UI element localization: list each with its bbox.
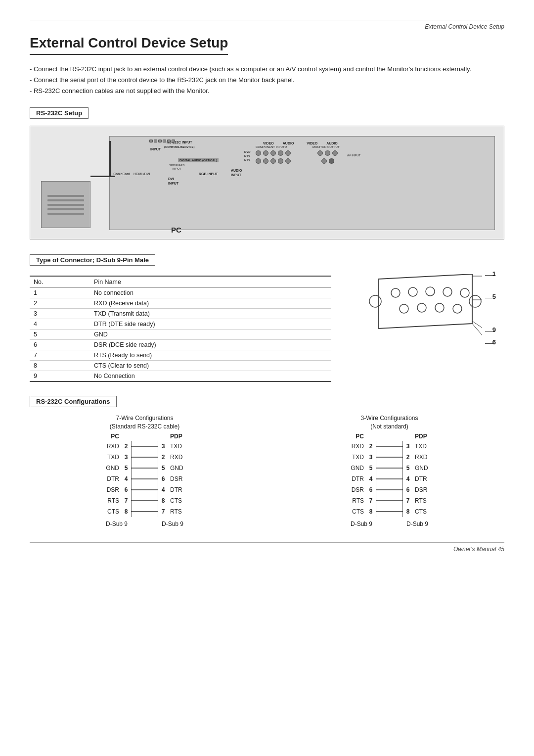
- input-label: INPUT: [150, 147, 161, 151]
- table-row: 9No Connection: [30, 371, 331, 382]
- table-section: Type of Connector; D-Sub 9-Pin Male No. …: [30, 254, 331, 382]
- pin-number-1: 1: [492, 270, 496, 278]
- wiring-rows: RXD 2 TXD 3 GND 5 DTR 4 DSR 6 RTS 7 CTS …: [30, 441, 260, 519]
- dsub-labels: D-Sub 9 D-Sub 9: [274, 520, 504, 527]
- av-input-label: AV INPUT: [347, 154, 360, 157]
- wiring3-diagram: PC PDP RXD 2 TXD 3 GND 5 DTR 4 DSR 6 RTS: [274, 433, 504, 527]
- pc-num: 3: [366, 454, 376, 461]
- pc-label: GND: [102, 465, 121, 472]
- pin-col-name: Pin Name: [90, 276, 331, 288]
- rs232c-connector: [149, 140, 175, 142]
- wiring-header: PC PDP: [30, 433, 260, 440]
- wiring7-diagram: PC PDP RXD 2 TXD 3 GND 5 DTR 4 DSR 6 RTS: [30, 433, 260, 527]
- pdp-num: 2: [158, 454, 168, 461]
- intro-item-2: Connect the serial port of the control d…: [30, 75, 504, 86]
- pdp-num: 8: [403, 508, 413, 515]
- pin-number-9: 9: [492, 326, 496, 333]
- chapter-header: External Control Device Setup: [30, 23, 504, 30]
- wiring-right-row: 8 CTS: [403, 506, 432, 517]
- pin-col-no: No.: [30, 276, 90, 288]
- pin-number-6: 6: [492, 338, 496, 346]
- wiring-left-row: DSR 6: [102, 484, 131, 495]
- pdp-label: DSR: [413, 486, 432, 493]
- pc-num: 6: [366, 486, 376, 493]
- pdp-num-spacer: [403, 433, 413, 440]
- wiring-svg: [376, 441, 403, 517]
- pdp-label: RTS: [413, 497, 432, 504]
- cablecard-label: CableCard: [110, 172, 134, 176]
- wiring-left-row: DSR 6: [347, 484, 376, 495]
- config-3wire: 3-Wire Configurations (Not standard) PC …: [274, 414, 504, 527]
- wiring-right: 3 TXD 2 RXD 5 GND 4 DTR 6 DSR 7 RTS 8 CT…: [403, 441, 432, 519]
- wiring-left-row: CTS 8: [102, 506, 131, 517]
- wiring-left-row: RTS 7: [347, 495, 376, 506]
- svg-point-0: [391, 288, 400, 297]
- pdp-label: CTS: [168, 497, 187, 504]
- pc-num: 8: [366, 508, 376, 515]
- spdif-label: SPDIF/AESINPUT: [169, 164, 184, 171]
- svg-point-2: [426, 287, 435, 296]
- connector-section-label: Type of Connector; D-Sub 9-Pin Male: [30, 254, 155, 266]
- pc-num: 5: [366, 465, 376, 472]
- pdp-num: 6: [403, 486, 413, 493]
- svg-point-4: [460, 288, 469, 297]
- pc-num: 2: [366, 443, 376, 450]
- wiring-right-row: 2 RXD: [158, 452, 187, 463]
- pc-label: GND: [347, 465, 366, 472]
- pc-num: 5: [121, 465, 131, 472]
- wiring-right-row: 8 CTS: [158, 495, 187, 506]
- bottom-rule: [30, 542, 504, 543]
- intro-list: Connect the RS-232C input jack to an ext…: [30, 64, 504, 96]
- intro-item-3: RS-232C connection cables are not suppli…: [30, 86, 504, 96]
- pc-num-spacer: [366, 433, 376, 440]
- dvi-input-label: DVIINPUT: [168, 177, 178, 186]
- page-title: External Control Device Setup: [30, 35, 228, 55]
- component-circles-bot: [256, 158, 291, 164]
- line-9: [485, 331, 495, 331]
- wiring-svg: [131, 441, 158, 517]
- pdp-label: CTS: [413, 508, 432, 515]
- intro-item-1: Connect the RS-232C input jack to an ext…: [30, 64, 504, 75]
- pc-num: 8: [121, 508, 131, 515]
- diagram-inner: RS-232C INPUT(CONTROL/SERVICE) INPUT HDM…: [30, 126, 504, 239]
- pc-num: 3: [121, 454, 131, 461]
- hdmi-label: HDMI /DVI: [134, 172, 150, 176]
- svg-point-8: [453, 304, 462, 313]
- wiring-right-row: 2 RXD: [403, 452, 432, 463]
- table-row: 6DSR (DCE side ready): [30, 340, 331, 350]
- pc-col-header: PC: [347, 433, 366, 440]
- diagram-area: RS-232C INPUT(CONTROL/SERVICE) INPUT HDM…: [30, 126, 504, 239]
- wiring-rows: RXD 2 TXD 3 GND 5 DTR 4 DSR 6 RTS 7 CTS …: [274, 441, 504, 519]
- wire3-title: 3-Wire Configurations (Not standard): [274, 414, 504, 431]
- pc-num: 7: [121, 497, 131, 504]
- pc-label: DSR: [347, 486, 366, 493]
- pdp-label: TXD: [168, 443, 187, 450]
- wiring-right-row: 4 DTR: [158, 484, 187, 495]
- svg-point-5: [400, 304, 408, 313]
- line-5: [485, 298, 495, 298]
- wiring-right-row: 6 DSR: [158, 473, 187, 484]
- wiring-right-row: 5 GND: [403, 463, 432, 473]
- wiring-left-row: RXD 2: [347, 441, 376, 452]
- pc-label: RTS: [102, 497, 121, 504]
- pin-number-5: 5: [492, 293, 496, 300]
- pdp-label: GND: [413, 465, 432, 472]
- pdp-num: 3: [403, 443, 413, 450]
- monitor-out-circles: [317, 150, 338, 156]
- svg-point-1: [408, 287, 417, 296]
- pdp-label: DTR: [168, 486, 187, 493]
- line-1: [485, 275, 495, 276]
- pc-box: [41, 181, 90, 228]
- wiring-right-row: 7 RTS: [158, 506, 187, 517]
- table-row: 7RTS (Ready to send): [30, 350, 331, 361]
- box-spacer: [131, 433, 158, 440]
- pc-num: 2: [121, 443, 131, 450]
- pdp-num: 3: [158, 443, 168, 450]
- table-row: 4DTR (DTE side ready): [30, 319, 331, 330]
- wiring-left-row: GND 5: [102, 463, 131, 473]
- wiring-box-outer: [131, 441, 158, 519]
- pc-num: 4: [366, 475, 376, 482]
- pdp-num: 5: [158, 465, 168, 472]
- dsub-left-label: D-Sub 9: [102, 520, 131, 527]
- pdp-num: 2: [403, 454, 413, 461]
